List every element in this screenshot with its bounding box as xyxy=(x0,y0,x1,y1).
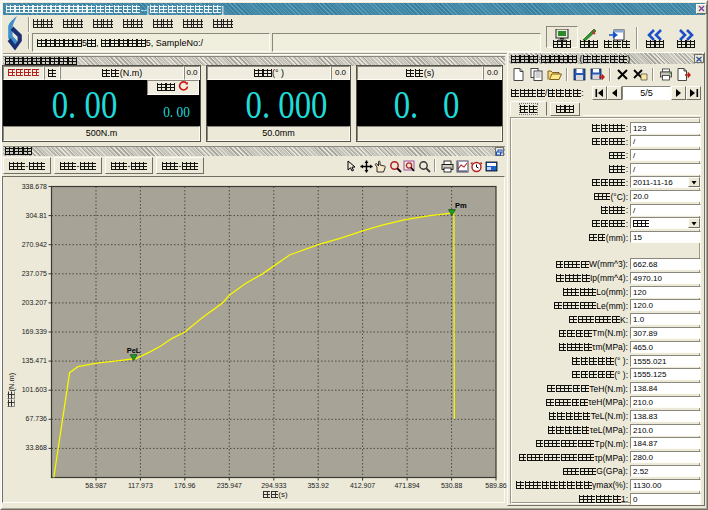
svg-text:PeL: PeL xyxy=(127,346,141,355)
svg-text:Pm: Pm xyxy=(455,201,467,210)
